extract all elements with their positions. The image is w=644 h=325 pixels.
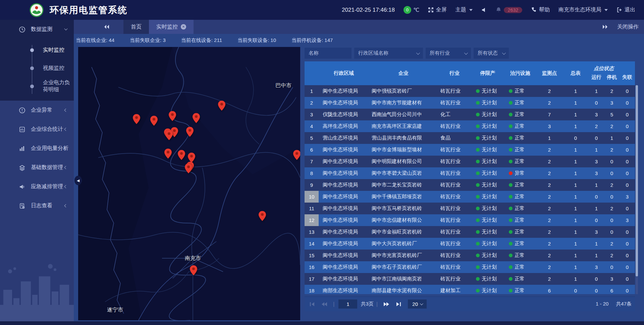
notifications[interactable]: 2632 (496, 7, 522, 13)
close-operations-button[interactable]: 关闭操作 (617, 23, 639, 31)
table-row[interactable]: 12 阆中生态环境局 阆中市忠信建材有限公 砖瓦行业 无计划 正常 2 1 0 … (305, 214, 635, 226)
table-row[interactable]: 15 阆中生态环境局 阆中市光富页岩机砖厂 砖瓦行业 无计划 正常 2 1 1 … (305, 250, 635, 261)
map-pin-icon[interactable] (150, 116, 158, 126)
green-dot-icon (476, 101, 480, 105)
scrollbar-thumb[interactable] (636, 85, 638, 276)
sidebar-subitem-实时监控[interactable]: 实时监控 (0, 41, 74, 59)
table-row[interactable]: 18 南部生态环境局 南部县建华水泥有限公 建材加工 无计划 正常 6 0 0 … (305, 285, 635, 294)
sidebar-item-应急减排管理[interactable]: 应急减排管理 (0, 177, 74, 196)
green-dot-icon (509, 254, 513, 257)
map-collapse-handle[interactable]: ◀ (74, 176, 82, 185)
next-page-icon[interactable] (383, 302, 389, 307)
cell-facility-status: 正常 (504, 156, 536, 167)
table-row[interactable]: 16 阆中生态环境局 阆中市石子页岩机砖厂 砖瓦行业 无计划 正常 2 1 3 … (305, 261, 635, 273)
cell-industry: 砖瓦行业 (438, 250, 471, 261)
sidebar-item-基础数据管理[interactable]: 基础数据管理 (0, 158, 74, 177)
sidebar-item-label: 基础数据管理 (31, 164, 63, 171)
green-dot-icon (476, 171, 480, 175)
map-pin-icon[interactable] (193, 113, 200, 123)
map-pin-icon[interactable] (186, 127, 194, 137)
map-pin-icon[interactable] (164, 149, 172, 159)
table-row[interactable]: 5 营山生态环境局 营山县润丰肉食品有限 食品 无计划 正常 1 0 0 1 0 (305, 132, 635, 144)
page-size-select[interactable]: 20 (408, 300, 427, 309)
table-row[interactable]: 8 阆中生态环境局 阆中市枣碧大梁山页岩 砖瓦行业 无计划 异常 2 1 3 0… (305, 167, 635, 179)
map-pin-icon[interactable] (165, 130, 173, 140)
green-dot-icon (509, 113, 513, 116)
table-row[interactable]: 13 阆中生态环境局 阆中市金福旺页岩机砖 砖瓦行业 无计划 正常 2 1 3 … (305, 226, 635, 238)
table-row[interactable]: 7 阆中生态环境局 阆中明阳建材有限公司 砖瓦行业 无计划 正常 2 1 3 0… (305, 156, 635, 167)
tabs-scroll-left-icon[interactable] (103, 24, 110, 30)
table-scrollbar[interactable] (636, 85, 638, 294)
map-pin-icon[interactable] (259, 211, 266, 221)
table-row[interactable]: 10 阆中生态环境局 阆中千佛镇五郎垭页岩 砖瓦行业 无计划 正常 2 1 0 … (305, 191, 635, 203)
map-pin-icon[interactable] (133, 114, 140, 124)
table-row[interactable]: 4 高坪生态环境局 南充市高坪区王家店建 砖瓦行业 无计划 正常 3 1 2 2… (305, 120, 635, 132)
status-select[interactable]: 所有状态 (474, 48, 509, 59)
table-row[interactable]: 17 阆中生态环境局 阆中市江南镇阆南页岩 砖瓦行业 无计划 正常 2 1 0 … (305, 273, 635, 285)
sidebar-item-企业综合统计[interactable]: 企业综合统计 (0, 120, 74, 139)
cell-lost: 0 (620, 156, 635, 167)
close-icon[interactable]: ✕ (181, 24, 186, 30)
help-button[interactable]: 帮助 (531, 6, 550, 13)
map-pin-icon[interactable] (178, 150, 185, 160)
org-label: 南充市生态环境局 (558, 6, 601, 13)
name-search-input[interactable]: 名称 (305, 48, 352, 59)
map-pin-icon[interactable] (185, 163, 192, 173)
notification-count-badge: 2632 (504, 7, 522, 13)
temperature-unit: ℃ (413, 7, 419, 13)
table-row[interactable]: 14 阆中生态环境局 阆中大兴页岩机砖厂 砖瓦行业 无计划 正常 2 1 1 2… (305, 238, 635, 250)
logout-button[interactable]: 退出 (616, 6, 635, 13)
sidebar-subitem-企业电力负荷明细[interactable]: 企业电力负荷明细 (0, 77, 74, 95)
theme-dropdown[interactable]: 主题 (455, 6, 473, 13)
org-dropdown[interactable]: 南充市生态环境局 (558, 6, 608, 13)
page-number-input[interactable]: 1 (338, 300, 357, 309)
fullscreen-button[interactable]: 全屏 (428, 6, 447, 13)
map-pin-icon[interactable] (190, 265, 197, 275)
row-number: 10 (305, 191, 319, 203)
status-select-value: 所有状态 (478, 50, 498, 56)
sidebar-subitem-label: 企业电力负荷明细 (43, 79, 74, 93)
top-header: 环保用电监管系统 2021-02-25 17:46:18 0 ℃ 全屏 主题 (0, 0, 644, 20)
tabs-scroll-right-icon[interactable] (602, 24, 608, 30)
map-pin-icon[interactable] (293, 150, 300, 160)
cell-region: 阆中生态环境局 (319, 261, 369, 273)
map-pin-icon[interactable] (169, 111, 176, 121)
map-panel[interactable]: 巴中市南充市遂宁市 (78, 47, 300, 320)
cell-points: 2 (536, 261, 562, 273)
table-row[interactable]: 1 阆中生态环境局 阆中强锐页岩砖厂 砖瓦行业 无计划 正常 2 1 1 2 0 (305, 85, 635, 97)
sidebar-item-企业用电量分析[interactable]: 企业用电量分析 (0, 139, 74, 158)
green-dot-icon (476, 218, 480, 222)
table-row[interactable]: 2 阆中生态环境局 阆中市南方节能建材有 砖瓦行业 无计划 正常 2 1 0 3… (305, 97, 635, 109)
table-row[interactable]: 9 阆中生态环境局 阆中市二龙长宝页岩砖 砖瓦行业 无计划 正常 2 1 1 2… (305, 179, 635, 191)
region-select[interactable]: 行政区域名称 (354, 48, 423, 59)
chevron-down-icon (502, 51, 506, 54)
cell-stop-status: 无计划 (471, 132, 504, 144)
tab-实时监控[interactable]: 实时监控✕ (149, 20, 194, 34)
sidebar-item-企业异常[interactable]: 企业异常 (0, 101, 74, 120)
col-group-point-status: 点位状态 (579, 65, 629, 72)
map-pin-icon[interactable] (188, 153, 195, 163)
table-row[interactable]: 11 阆中生态环境局 阆中市五马桥页岩机砖 砖瓦行业 无计划 正常 2 1 1 … (305, 203, 635, 214)
chevron-icon (64, 109, 68, 112)
cell-stop-status: 无计划 (471, 250, 504, 261)
last-page-icon[interactable] (395, 302, 401, 307)
cell-points: 2 (536, 97, 562, 109)
industry-select[interactable]: 所有行业 (426, 48, 471, 59)
sidebar-item-日志查看[interactable]: 日志查看 (0, 196, 74, 215)
tab-首页[interactable]: 首页 (123, 20, 149, 34)
cell-meters: 1 (562, 156, 589, 167)
table-row[interactable]: 6 阆中生态环境局 阆中市金博瑞新型墙材 砖瓦行业 无计划 正常 2 1 1 2… (305, 144, 635, 156)
prev-page-icon[interactable] (321, 302, 327, 307)
sidebar-nav: 数据监测 实时监控 视频监控 企业电力负荷明细 企业异常 企业综合统计 企业用电… (0, 20, 74, 325)
map-pin-icon[interactable] (218, 101, 225, 111)
chevron-icon (64, 185, 68, 188)
sidebar-item-数据监测[interactable]: 数据监测 (0, 20, 74, 39)
first-page-icon[interactable] (309, 302, 315, 307)
table-row[interactable]: 3 仪陇生态环境局 西南油气田分公司川中 化工 无计划 正常 7 1 3 5 0 (305, 109, 635, 120)
col-points: 监测点 (536, 61, 562, 85)
sidebar-subitem-视频监控[interactable]: 视频监控 (0, 59, 74, 77)
green-dot-icon (509, 183, 513, 187)
speaker-muted-icon[interactable] (481, 7, 487, 13)
cell-facility-status: 正常 (504, 261, 536, 273)
city-label-巴中市: 巴中市 (275, 82, 291, 89)
